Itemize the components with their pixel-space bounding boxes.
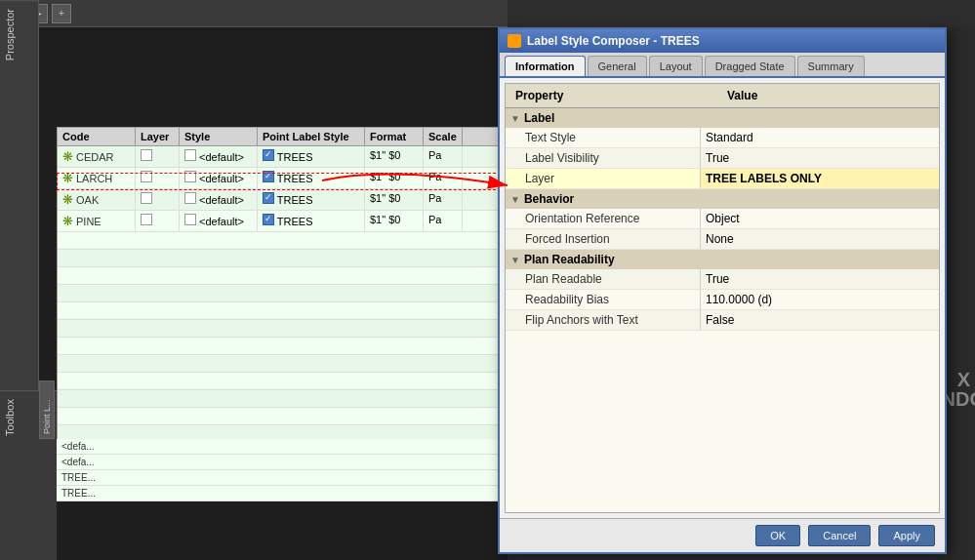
cell-style-3: <default> [180,211,258,231]
table-row[interactable]: ❋ PINE <default> TREES $1" $0 Pa [58,211,505,232]
collapse-icon-label[interactable]: ▼ [510,113,520,124]
cell-scale-0: Pa [424,146,463,167]
cell-format-1: $1" $0 [365,168,424,188]
tree-icon: ❋ [62,171,73,185]
checkbox-1[interactable] [141,171,152,182]
cell-scale-2: Pa [424,189,463,210]
empty-row [58,408,505,425]
empty-row [58,373,505,390]
cell-style-0: <default> [180,146,258,167]
cell-style-2: <default> [180,189,258,210]
checkbox-style-1[interactable] [184,171,196,182]
prop-value-layer: TREE LABELS ONLY [701,169,939,188]
prop-name-flip-anchors: Flip Anchors with Text [506,310,701,330]
bottom-item-3[interactable]: TREE... [57,486,506,501]
section-behavior-text: Behavior [524,192,574,206]
dialog-app-icon [508,34,521,48]
cell-layer-3 [136,211,180,231]
empty-row [58,267,505,285]
prop-name-label-visibility: Label Visibility [506,148,701,168]
checkbox-style-0[interactable] [184,149,196,161]
checkbox-pls-2[interactable] [263,192,274,204]
prop-row-plan-readable[interactable]: Plan Readable True [506,269,939,290]
top-toolbar: ◀ ▶ + [0,0,508,27]
ok-button[interactable]: OK [755,525,800,546]
prop-value-text-style: Standard [701,128,939,147]
checkbox-0[interactable] [141,149,152,161]
cell-layer-1 [136,168,180,188]
prop-row-readability-bias[interactable]: Readability Bias 110.0000 (d) [506,290,939,310]
toolbox-label: Toolbox [0,391,20,444]
empty-row [58,302,505,320]
dialog-tabs: Information General Layout Dragged State… [500,53,945,78]
checkbox-style-2[interactable] [184,192,196,204]
prop-row-layer[interactable]: Layer TREE LABELS ONLY [506,169,939,189]
prop-row-forced-insertion[interactable]: Forced Insertion None [506,229,939,250]
cell-layer-0 [136,146,180,167]
prop-value-forced-insertion: None [701,229,939,249]
cell-style-1: <default> [180,168,258,188]
apply-button[interactable]: Apply [878,525,935,546]
cell-format-0: $1" $0 [365,146,424,167]
toolbar-button-3[interactable]: + [52,4,71,23]
tab-dragged-state[interactable]: Dragged State [705,56,795,76]
tab-summary[interactable]: Summary [797,56,865,76]
prop-table-header: Property Value [506,84,939,108]
cell-format-2: $1" $0 [365,189,424,210]
tab-layout[interactable]: Layout [649,56,703,76]
empty-row [58,285,505,302]
tab-general[interactable]: General [588,56,647,76]
table-row[interactable]: ❋ LARCH <default> TREES $1" $0 Pa [58,168,505,189]
table-header: Code Layer Style Point Label Style Forma… [58,128,505,146]
prop-value-plan-readable: True [701,269,939,289]
dialog-content: Property Value ▼ Label Text Style Standa… [500,78,945,518]
cell-scale-1: Pa [424,168,463,188]
prop-name-text-style: Text Style [506,128,701,147]
bottom-item-0[interactable]: <defa... [57,439,506,455]
cell-code-1: ❋ LARCH [58,168,136,188]
cell-code-3: ❋ PINE [58,211,136,231]
prop-row-flip-anchors[interactable]: Flip Anchors with Text False [506,310,939,331]
prop-value-readability-bias: 110.0000 (d) [701,290,939,309]
section-header-plan-readability: ▼ Plan Readability [506,250,939,269]
prop-row-orientation[interactable]: Orientation Reference Object [506,209,939,229]
main-table: Code Layer Style Point Label Style Forma… [57,127,506,488]
sidebar-tab-prospector[interactable]: Prospector [0,0,38,68]
empty-row [58,250,505,267]
prop-row-text-style[interactable]: Text Style Standard [506,128,939,148]
table-row[interactable]: ❋ OAK <default> TREES $1" $0 Pa [58,189,505,211]
checkbox-pls-0[interactable] [263,149,274,161]
checkbox-pls-1[interactable] [263,171,274,182]
prop-row-label-visibility[interactable]: Label Visibility True [506,148,939,169]
prop-name-readability-bias: Readability Bias [506,290,701,309]
property-container: Property Value ▼ Label Text Style Standa… [505,83,940,513]
prop-name-layer: Layer [506,169,701,188]
cancel-button[interactable]: Cancel [808,525,871,546]
bottom-item-1[interactable]: <defa... [57,455,506,470]
dialog-title: Label Style Composer - TREES [527,34,700,48]
cell-pls-0: TREES [258,146,365,167]
cell-code-2: ❋ OAK [58,189,136,210]
bottom-item-2[interactable]: TREE... [57,470,506,486]
checkbox-3[interactable] [141,214,152,225]
tree-icon: ❋ [62,214,73,228]
checkbox-pls-3[interactable] [263,214,274,225]
tab-information[interactable]: Information [505,56,586,76]
table-row[interactable]: ❋ CEDAR <default> TREES $1" $0 Pa [58,146,505,168]
prop-value-label-visibility: True [701,148,939,168]
prop-header-property: Property [510,87,722,104]
cell-format-3: $1" $0 [365,211,424,231]
col-header-format: Format [365,128,424,145]
point-label[interactable]: Point L... [39,380,55,439]
checkbox-2[interactable] [141,192,152,204]
empty-row [58,355,505,373]
section-header-behavior: ▼ Behavior [506,189,939,209]
dialog-bottom-bar: OK Cancel Apply [500,518,945,552]
cell-pls-3: TREES [258,211,365,231]
checkbox-style-3[interactable] [184,214,196,225]
prop-header-value: Value [722,87,934,104]
cell-pls-1: TREES [258,168,365,188]
collapse-icon-plan[interactable]: ▼ [510,255,520,265]
empty-row [58,390,505,408]
collapse-icon-behavior[interactable]: ▼ [510,194,520,205]
